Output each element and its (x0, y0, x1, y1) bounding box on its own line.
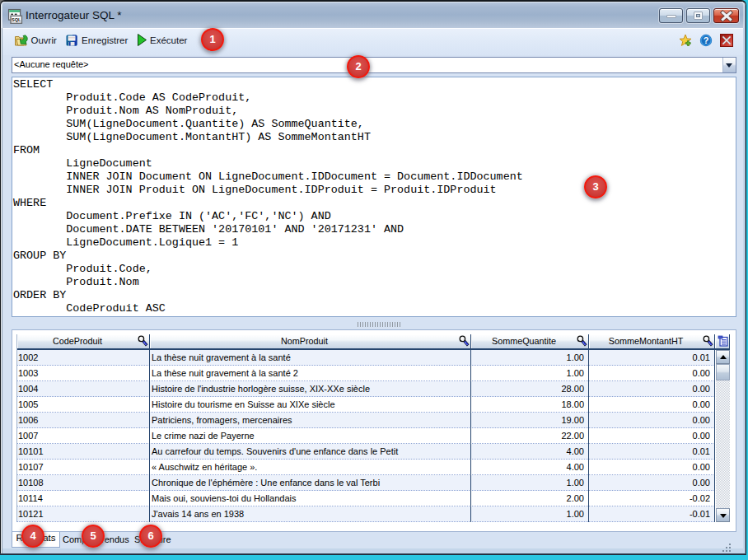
svg-text:SQL: SQL (12, 17, 21, 22)
svg-text:?: ? (704, 35, 709, 45)
